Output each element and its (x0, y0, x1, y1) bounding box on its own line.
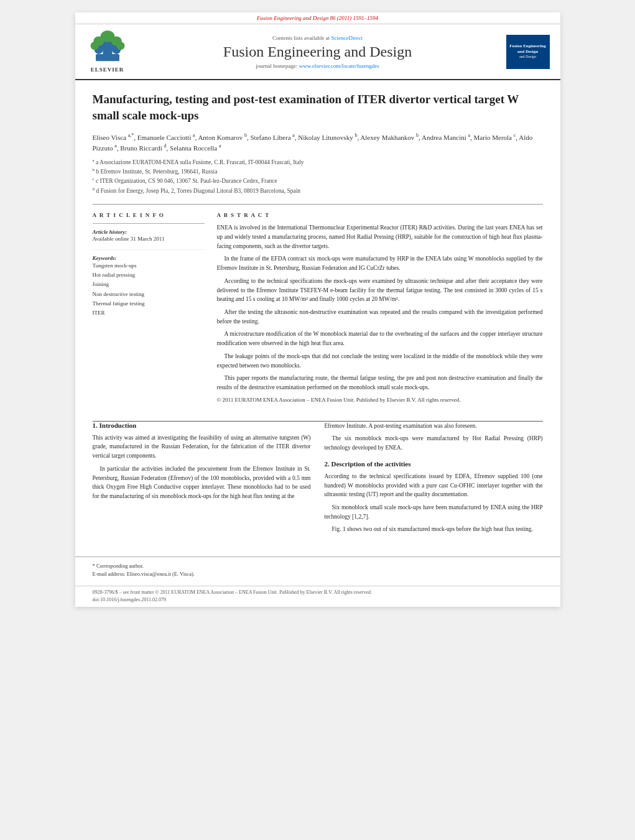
article-history-label: Article history: (93, 229, 205, 235)
section1-right-body: Efremov Institute. A post-testing examin… (325, 422, 543, 453)
section2-body: According to the technical specification… (325, 472, 543, 534)
keyword-5: Thermal fatigue testing (93, 299, 205, 308)
two-col-body: 1. Introduction This activity was aimed … (93, 422, 543, 538)
homepage-link[interactable]: www.elsevier.com/locate/fusengdes (299, 63, 379, 69)
section1-heading: 1. Introduction (93, 422, 311, 429)
sciencedirect-link[interactable]: ScienceDirect (331, 35, 363, 41)
svg-point-9 (116, 42, 124, 50)
body-col-left: 1. Introduction This activity was aimed … (93, 422, 311, 538)
contents-available-line: Contents lists available at ScienceDirec… (139, 35, 497, 41)
journal-citation-bar: Fusion Engineering and Design 86 (2011) … (75, 12, 560, 24)
abstract-para-2: In the frame of the EFDA contract six mo… (217, 254, 543, 272)
section2-heading: 2. Description of the activities (325, 460, 543, 468)
main-body: 1. Introduction This activity was aimed … (75, 422, 560, 550)
section1-para-1: This activity was aimed at investigating… (93, 433, 311, 461)
journal-homepage-line: journal homepage: www.elsevier.com/locat… (139, 63, 497, 69)
abstract-para-7: This paper reports the manufacturing rou… (217, 374, 543, 392)
issn-line: 0920-3796/$ – see front matter © 2011 EU… (93, 589, 543, 597)
article-title: Manufacturing, testing and post-test exa… (93, 91, 543, 123)
article-info-heading: A R T I C L E I N F O (93, 212, 205, 218)
journal-logo-right: Fusion Engineering and Design and Design (503, 30, 553, 73)
abstract-para-1: ENEA is involved in the International Th… (217, 223, 543, 251)
elsevier-logo-block: ELSEVIER (83, 30, 132, 73)
keyword-1: Tungsten mock-ups (93, 261, 205, 270)
abstract-para-3: According to the technical specification… (217, 277, 543, 304)
author-email[interactable]: Eliseo.visca@enea.it (E. Visca). (127, 571, 195, 577)
journal-main-title: Fusion Engineering and Design (139, 44, 497, 60)
available-online: Available online 31 March 2011 (93, 235, 205, 243)
keyword-6: ITER (93, 308, 205, 318)
journal-title-block: Contents lists available at ScienceDirec… (139, 30, 497, 73)
abstract-heading: A B S T R A C T (217, 212, 543, 218)
svg-point-8 (90, 42, 98, 50)
star-note: * Corresponding author. (93, 563, 144, 569)
doi-line: doi:10.1016/j.fusengdes.2011.02.079 (93, 596, 543, 604)
authors-line: Eliseo Visca a,*, Emanuele Cacciotti a, … (93, 132, 543, 153)
section1-right-para-1: Efremov Institute. A post-testing examin… (325, 422, 543, 431)
abstract-para-5: A microstructure modification of the W m… (217, 330, 543, 348)
article-header-section: Manufacturing, testing and post-test exa… (75, 80, 560, 421)
keyword-2: Hot radial pressing (93, 270, 205, 280)
keyword-3: Joining (93, 280, 205, 289)
abstract-para-4: After the testing the ultrasonic non-des… (217, 308, 543, 326)
section1-body: This activity was aimed at investigating… (93, 433, 311, 501)
article-info-abstract: A R T I C L E I N F O Article history: A… (93, 212, 543, 408)
journal-citation: Fusion Engineering and Design 86 (2011) … (257, 15, 378, 21)
journal-masthead: ELSEVIER Contents lists available at Sci… (75, 24, 560, 80)
article-history-section: Article history: Available online 31 Mar… (93, 229, 205, 243)
section2-para-2: Six monoblock small scale mock-ups have … (325, 503, 543, 521)
article-info-col: A R T I C L E I N F O Article history: A… (93, 212, 205, 408)
elsevier-tree-icon (89, 30, 126, 65)
abstract-copyright: © 2011 EURATOM ENEA Association – ENEA F… (217, 396, 543, 405)
footnote-block: * Corresponding author. E-mail address: … (93, 562, 543, 578)
email-label: E-mail address: (93, 571, 126, 577)
section1-para-2: In particular the activities included th… (93, 464, 311, 501)
page-footnote: * Corresponding author. E-mail address: … (75, 556, 560, 581)
section1-right-para-2: The six monoblock mock-ups were manufact… (325, 434, 543, 452)
journal-brand-box: Fusion Engineering and Design and Design (506, 35, 550, 69)
bottom-bar: 0920-3796/$ – see front matter © 2011 EU… (75, 586, 560, 607)
abstract-text-block: ENEA is involved in the International Th… (217, 223, 543, 404)
abstract-col: A B S T R A C T ENEA is involved in the … (217, 212, 543, 408)
affiliations-block: a a Associazione EURATOM-ENEA sulla Fusi… (93, 157, 543, 196)
section2-para-1: According to the technical specification… (325, 472, 543, 499)
keywords-section: Keywords: Tungsten mock-ups Hot radial p… (93, 255, 205, 318)
keyword-4: Non destructive testing (93, 290, 205, 299)
abstract-para-6: The leakage points of the mock-ups that … (217, 352, 543, 370)
keywords-list: Tungsten mock-ups Hot radial pressing Jo… (93, 261, 205, 318)
section2-para-3: Fig. 1 shows two out of six manufactured… (325, 525, 543, 534)
elsevier-label: ELSEVIER (91, 67, 124, 73)
header-divider (93, 204, 543, 205)
keywords-label: Keywords: (93, 255, 205, 261)
body-col-right: Efremov Institute. A post-testing examin… (325, 422, 543, 538)
page: Fusion Engineering and Design 86 (2011) … (75, 12, 560, 607)
